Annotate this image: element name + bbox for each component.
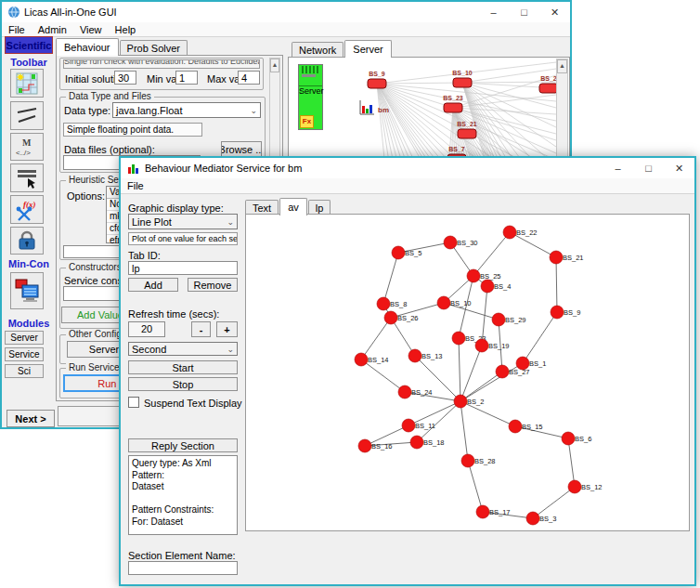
lines-button[interactable] xyxy=(10,101,44,130)
data-type-combo[interactable]: java.lang.Float ⌄ xyxy=(112,102,261,118)
max-value-input[interactable] xyxy=(238,71,260,85)
graph-node-bs-26[interactable] xyxy=(384,311,397,324)
increment-button[interactable]: + xyxy=(216,321,238,337)
browse-button[interactable]: Browse ... xyxy=(221,141,262,157)
network-node-bs-9[interactable] xyxy=(368,79,386,88)
maximize-button[interactable]: □ xyxy=(633,158,664,178)
data-type-label: Data type: xyxy=(64,105,110,116)
graph-node-bs-8[interactable] xyxy=(377,297,390,310)
close-button[interactable]: ✕ xyxy=(539,2,570,22)
menu-view[interactable]: View xyxy=(73,23,109,36)
chevron-down-icon: ⌄ xyxy=(227,217,234,227)
graph-node-bs-19[interactable] xyxy=(475,339,488,352)
metadata-button[interactable]: M <../> xyxy=(10,133,44,161)
graph-edge xyxy=(523,312,557,363)
graph-node-label: BS_1 xyxy=(529,359,546,368)
network-node-bs-2[interactable] xyxy=(539,84,556,93)
graph-node-bs-10[interactable] xyxy=(437,296,450,309)
graph-node-bs-11[interactable] xyxy=(402,419,415,432)
network-node-bs-10[interactable] xyxy=(453,78,472,87)
graph-node-bs-4[interactable] xyxy=(481,280,494,293)
graph-node-bs-25[interactable] xyxy=(467,269,480,282)
service-graph-canvas[interactable]: BS_5BS_30BS_22BS_21BS_25BS_4BS_8BS_10BS_… xyxy=(245,214,690,531)
stop-button[interactable]: Stop xyxy=(128,377,238,391)
graph-node-label: BS_5 xyxy=(405,249,421,257)
module-button-service[interactable]: Service xyxy=(5,347,44,361)
graph-node-bs-13[interactable] xyxy=(408,349,421,362)
network-node-bs-21[interactable] xyxy=(458,129,476,138)
graph-node-bs-18[interactable] xyxy=(410,436,423,449)
tab-behaviour[interactable]: Behaviour xyxy=(56,38,119,56)
server-box[interactable]: Server Fx xyxy=(298,64,323,130)
tab-server[interactable]: Server xyxy=(344,40,391,58)
graph-node-label: BS_28 xyxy=(474,457,496,465)
graph-node-bs-28[interactable] xyxy=(461,454,474,467)
data-files-label: Data files (optional): xyxy=(64,144,155,155)
graph-node-bs-2[interactable] xyxy=(454,395,467,408)
time-unit-combo[interactable]: Second ⌄ xyxy=(128,342,238,356)
graph-node-bs-5[interactable] xyxy=(392,246,405,259)
graph-node-bs-22[interactable] xyxy=(503,226,516,239)
menu-help[interactable]: Help xyxy=(109,23,143,36)
section-element-input[interactable] xyxy=(128,561,238,575)
fx-tools-button[interactable]: f(x) xyxy=(10,195,44,224)
graph-node-bs-17[interactable] xyxy=(476,505,489,518)
tab-id-input[interactable] xyxy=(128,261,238,275)
menu-file[interactable]: File xyxy=(2,23,32,36)
next-button[interactable]: Next > xyxy=(6,410,55,427)
module-button-sci[interactable]: Sci xyxy=(5,364,44,378)
graph-node-bs-12[interactable] xyxy=(568,480,581,493)
graph-node-bs-27[interactable] xyxy=(496,365,509,378)
close-button[interactable]: ✕ xyxy=(664,158,694,178)
tab-prob-solver[interactable]: Prob Solver xyxy=(120,40,188,56)
refresh-time-value[interactable]: 20 xyxy=(128,321,165,337)
fx-badge: Fx xyxy=(300,115,314,128)
initial-solutions-input[interactable] xyxy=(114,71,136,85)
graph-node-bs-14[interactable] xyxy=(355,353,368,366)
text-cursor-icon xyxy=(16,167,38,189)
tab-network[interactable]: Network xyxy=(292,42,344,58)
graph-node-bs-3[interactable] xyxy=(526,512,539,525)
scroll-up-icon[interactable]: ▲ xyxy=(270,59,279,72)
start-button[interactable]: Start xyxy=(128,360,238,374)
min-value-input[interactable] xyxy=(175,71,198,85)
graph-node-bs-29[interactable] xyxy=(492,313,505,326)
menu-admin[interactable]: Admin xyxy=(32,23,73,36)
graph-node-bs-21[interactable] xyxy=(550,251,563,264)
min-con-label: Min-Con xyxy=(2,258,56,269)
graph-node-bs-15[interactable] xyxy=(509,420,522,433)
graph-node-bs-6[interactable] xyxy=(562,432,575,445)
lock-button[interactable] xyxy=(10,227,44,255)
graph-node-bs-24[interactable] xyxy=(398,385,411,399)
graph-node-bs-9[interactable] xyxy=(551,306,564,319)
scroll-up-icon[interactable]: ▲ xyxy=(557,59,567,73)
bar-chart-icon xyxy=(358,99,375,115)
tab-av[interactable]: av xyxy=(279,198,307,216)
text-select-button[interactable] xyxy=(10,163,44,192)
graph-node-bs-16[interactable] xyxy=(358,439,371,452)
reply-section-button[interactable]: Reply Section xyxy=(128,438,238,452)
add-button[interactable]: Add xyxy=(128,278,178,292)
graph-node-label: BS_21 xyxy=(563,254,584,262)
decrement-button[interactable]: - xyxy=(191,321,211,337)
bm-service[interactable]: bm xyxy=(358,99,375,117)
diagonal-lines-icon xyxy=(16,105,38,127)
graphic-display-combo[interactable]: Line Plot ⌄ xyxy=(128,214,238,229)
graph-edge xyxy=(533,487,575,518)
network-node-bs-23[interactable] xyxy=(444,103,462,112)
graph-node-bs-23[interactable] xyxy=(452,332,465,345)
reply-textarea[interactable]: Query type: As Xml Pattern: Dataset Patt… xyxy=(128,455,238,535)
suspend-checkbox[interactable] xyxy=(128,397,139,408)
maximize-button[interactable]: □ xyxy=(509,2,539,22)
minimize-button[interactable]: – xyxy=(478,2,509,22)
graph-node-bs-30[interactable] xyxy=(444,236,457,249)
remove-button[interactable]: Remove xyxy=(188,278,238,292)
min-con-button[interactable] xyxy=(10,272,44,309)
module-button-server[interactable]: Server xyxy=(5,331,44,345)
graph-node-label: BS_19 xyxy=(488,342,510,350)
graph-node-label: BS_25 xyxy=(480,272,501,281)
network-grid-button[interactable] xyxy=(10,69,44,98)
scientific-button[interactable]: Scientific xyxy=(5,36,53,54)
minimize-button[interactable]: – xyxy=(603,158,633,178)
menu-file[interactable]: File xyxy=(121,179,150,192)
